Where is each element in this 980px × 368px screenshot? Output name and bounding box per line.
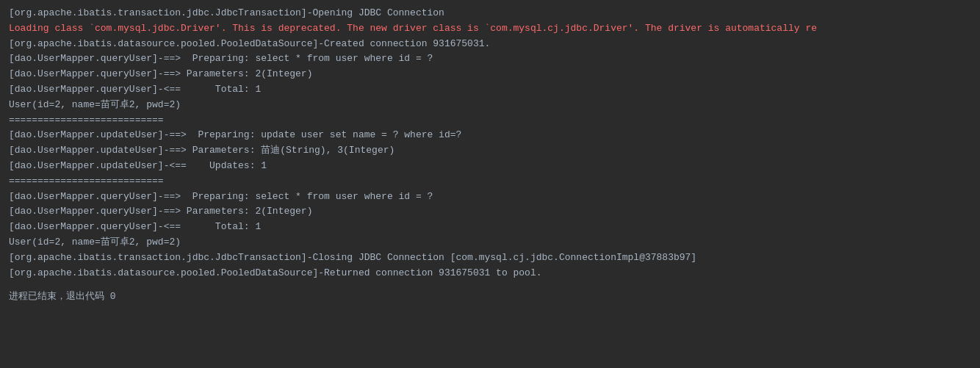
log-line-line6: [dao.UserMapper.queryUser]-<== Total: 1 <box>9 82 971 98</box>
log-line-line3: [org.apache.ibatis.datasource.pooled.Poo… <box>9 37 971 52</box>
log-line-line15: [dao.UserMapper.queryUser]-<== Total: 1 <box>9 220 971 235</box>
log-line-line14: [dao.UserMapper.queryUser]-==> Parameter… <box>9 204 971 220</box>
log-line-line10: [dao.UserMapper.updateUser]-==> Paramete… <box>9 143 971 159</box>
exit-line: 进程已结束，退出代码 0 <box>9 289 971 303</box>
log-line-line2: Loading class `com.mysql.jdbc.Driver'. T… <box>9 21 971 37</box>
log-line-line1: [org.apache.ibatis.transaction.jdbc.Jdbc… <box>9 6 971 21</box>
log-line-line13: [dao.UserMapper.queryUser]-==> Preparing… <box>9 190 971 205</box>
log-line-line11: [dao.UserMapper.updateUser]-<== Updates:… <box>9 159 971 174</box>
log-line-line12: =========================== <box>9 174 971 190</box>
log-line-line8: =========================== <box>9 113 971 129</box>
log-lines: [org.apache.ibatis.transaction.jdbc.Jdbc… <box>9 6 971 281</box>
console-output: [org.apache.ibatis.transaction.jdbc.Jdbc… <box>0 0 980 368</box>
log-line-line17: [org.apache.ibatis.transaction.jdbc.Jdbc… <box>9 250 971 266</box>
log-line-line16: User(id=2, name=苗可卓2, pwd=2) <box>9 235 971 250</box>
log-line-line18: [org.apache.ibatis.datasource.pooled.Poo… <box>9 266 971 281</box>
log-line-line9: [dao.UserMapper.updateUser]-==> Preparin… <box>9 128 971 143</box>
log-line-line4: [dao.UserMapper.queryUser]-==> Preparing… <box>9 51 971 67</box>
log-line-line5: [dao.UserMapper.queryUser]-==> Parameter… <box>9 67 971 82</box>
log-line-line7: User(id=2, name=苗可卓2, pwd=2) <box>9 98 971 113</box>
